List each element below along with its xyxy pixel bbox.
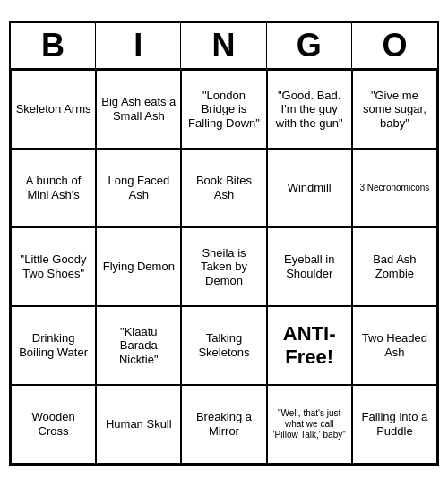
bingo-cell-10: "Little Goody Two Shoes" (11, 227, 96, 306)
bingo-cell-9: 3 Necronomicons (352, 149, 437, 227)
bingo-letter-i: I (96, 23, 181, 68)
bingo-cell-12: Sheila is Taken by Demon (181, 227, 266, 306)
bingo-cell-3: "Good. Bad. I'm the guy with the gun" (267, 70, 352, 149)
bingo-cell-20: Wooden Cross (11, 385, 96, 464)
bingo-cell-5: A bunch of Mini Ash's (11, 149, 96, 227)
bingo-grid: Skeleton ArmsBig Ash eats a Small Ash"Lo… (11, 70, 437, 464)
bingo-letter-n: N (181, 23, 266, 68)
bingo-cell-16: "Klaatu Barada Nicktie" (96, 306, 181, 385)
bingo-cell-21: Human Skull (96, 385, 181, 464)
bingo-cell-11: Flying Demon (96, 227, 181, 306)
bingo-letter-b: B (11, 23, 96, 68)
bingo-cell-13: Eyeball in Shoulder (267, 227, 352, 306)
bingo-cell-1: Big Ash eats a Small Ash (96, 70, 181, 149)
bingo-cell-19: Two Headed Ash (352, 306, 437, 385)
bingo-cell-0: Skeleton Arms (11, 70, 96, 149)
bingo-letter-o: O (352, 23, 437, 68)
bingo-cell-15: Drinking Boiling Water (11, 306, 96, 385)
bingo-letter-g: G (267, 23, 352, 68)
bingo-cell-6: Long Faced Ash (96, 149, 181, 227)
bingo-cell-4: "Give me some sugar, baby" (352, 70, 437, 149)
bingo-header: BINGO (11, 23, 437, 70)
bingo-cell-17: Talking Skeletons (181, 306, 266, 385)
bingo-cell-24: Falling into a Puddle (352, 385, 437, 464)
bingo-cell-7: Book Bites Ash (181, 149, 266, 227)
bingo-cell-14: Bad Ash Zombie (352, 227, 437, 306)
bingo-cell-23: "Well, that's just what we call 'Pillow … (267, 385, 352, 464)
bingo-cell-2: "London Bridge is Falling Down" (181, 70, 266, 149)
bingo-cell-18: ANTI-Free! (267, 306, 352, 385)
bingo-cell-8: Windmill (267, 149, 352, 227)
bingo-cell-22: Breaking a Mirror (181, 385, 266, 464)
bingo-card: BINGO Skeleton ArmsBig Ash eats a Small … (9, 21, 439, 466)
